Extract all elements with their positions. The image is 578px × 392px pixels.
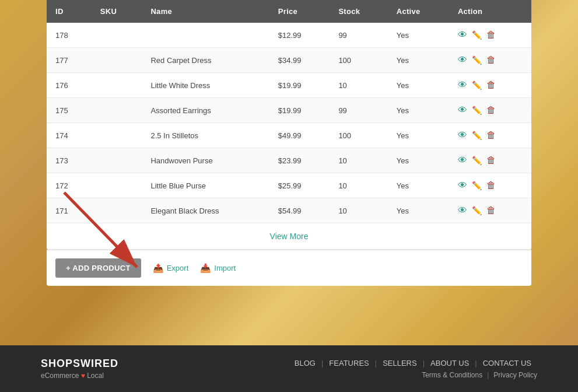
cell-active: Yes xyxy=(388,148,449,173)
cell-action: 👁 ✏️ 🗑 xyxy=(449,73,531,98)
cell-active: Yes xyxy=(388,123,449,148)
edit-icon[interactable]: ✏️ xyxy=(472,55,482,65)
view-icon[interactable]: 👁 xyxy=(458,55,467,65)
view-more-link[interactable]: View More xyxy=(270,232,309,241)
edit-icon[interactable]: ✏️ xyxy=(472,156,482,165)
delete-icon[interactable]: 🗑 xyxy=(486,55,496,65)
view-icon[interactable]: 👁 xyxy=(458,180,467,191)
col-sku: SKU xyxy=(92,0,142,23)
table-row: 176Little White Dress$19.9910Yes 👁 ✏️ 🗑 xyxy=(47,73,531,98)
cell-price: $19.99 xyxy=(269,73,330,98)
footer: SHOPSWIRED eCommerce ♥ Local BLOG | FEAT… xyxy=(0,345,578,392)
col-stock: Stock xyxy=(330,0,387,23)
delete-icon[interactable]: 🗑 xyxy=(486,180,496,191)
cell-active: Yes xyxy=(388,98,449,123)
cell-action: 👁 ✏️ 🗑 xyxy=(449,173,531,198)
import-button[interactable]: 📥 Import xyxy=(200,263,236,274)
col-id: ID xyxy=(47,0,92,23)
cell-stock: 99 xyxy=(330,98,387,123)
edit-icon[interactable]: ✏️ xyxy=(472,106,482,115)
cell-sku xyxy=(92,73,142,98)
cell-name: Handwoven Purse xyxy=(142,148,269,173)
cell-stock: 10 xyxy=(330,198,387,223)
table-row: 178$12.9999Yes 👁 ✏️ 🗑 xyxy=(47,23,531,48)
cell-id: 173 xyxy=(47,148,92,173)
view-icon[interactable]: 👁 xyxy=(458,30,467,40)
heart-icon: ♥ xyxy=(81,372,85,380)
footer-link-terms[interactable]: Terms & Conditions xyxy=(422,371,482,379)
separator: | xyxy=(482,371,493,379)
cell-sku xyxy=(92,198,142,223)
footer-link-sellers[interactable]: SELLERS xyxy=(377,359,423,368)
export-button[interactable]: 📤 Export xyxy=(153,263,189,274)
export-icon: 📤 xyxy=(153,263,164,274)
table-row: 1742.5 In Stilletos$49.99100Yes 👁 ✏️ 🗑 xyxy=(47,123,531,148)
cell-sku xyxy=(92,23,142,48)
action-icons: 👁 ✏️ 🗑 xyxy=(458,130,523,141)
view-icon[interactable]: 👁 xyxy=(458,105,467,116)
footer-top-links: BLOG | FEATURES | SELLERS | ABOUT US | C… xyxy=(289,359,537,368)
cell-id: 174 xyxy=(47,123,92,148)
delete-icon[interactable]: 🗑 xyxy=(486,130,496,141)
cell-price: $54.99 xyxy=(269,198,330,223)
main-content: ID SKU Name Price Stock Active Action 17… xyxy=(0,0,578,286)
table-row: 173Handwoven Purse$23.9910Yes 👁 ✏️ 🗑 xyxy=(47,148,531,173)
delete-icon[interactable]: 🗑 xyxy=(486,105,496,116)
product-table: ID SKU Name Price Stock Active Action 17… xyxy=(47,0,531,250)
footer-link-contact[interactable]: CONTACT US xyxy=(477,359,537,368)
brand-name: SHOPSWIRED xyxy=(41,358,118,370)
brand-tagline: eCommerce ♥ Local xyxy=(41,372,118,380)
table-row: 175Assorted Earrings$19.9999Yes 👁 ✏️ 🗑 xyxy=(47,98,531,123)
col-active: Active xyxy=(388,0,449,23)
edit-icon[interactable]: ✏️ xyxy=(472,131,482,140)
table-header-row: ID SKU Name Price Stock Active Action xyxy=(47,0,531,23)
cell-id: 177 xyxy=(47,48,92,73)
view-icon[interactable]: 👁 xyxy=(458,155,467,166)
edit-icon[interactable]: ✏️ xyxy=(472,30,482,40)
cell-id: 175 xyxy=(47,98,92,123)
cell-active: Yes xyxy=(388,73,449,98)
cell-stock: 10 xyxy=(330,73,387,98)
add-product-button[interactable]: + ADD PRODUCT xyxy=(55,258,141,278)
footer-nav: BLOG | FEATURES | SELLERS | ABOUT US | C… xyxy=(289,359,537,379)
cell-name: Elegant Black Dress xyxy=(142,198,269,223)
product-table-container: ID SKU Name Price Stock Active Action 17… xyxy=(47,0,531,250)
cell-active: Yes xyxy=(388,48,449,73)
cell-action: 👁 ✏️ 🗑 xyxy=(449,23,531,48)
cell-sku xyxy=(92,48,142,73)
cell-action: 👁 ✏️ 🗑 xyxy=(449,148,531,173)
cell-name: Red Carpet Dress xyxy=(142,48,269,73)
bottom-bar: + ADD PRODUCT 📤 Export 📥 Import xyxy=(47,250,531,286)
footer-link-blog[interactable]: BLOG xyxy=(289,359,321,368)
cell-price: $23.99 xyxy=(269,148,330,173)
action-icons: 👁 ✏️ 🗑 xyxy=(458,55,523,65)
view-icon[interactable]: 👁 xyxy=(458,130,467,141)
cell-sku xyxy=(92,98,142,123)
edit-icon[interactable]: ✏️ xyxy=(472,181,482,190)
footer-link-privacy[interactable]: Privacy Policy xyxy=(493,371,537,379)
cell-action: 👁 ✏️ 🗑 xyxy=(449,198,531,223)
footer-link-features[interactable]: FEATURES xyxy=(323,359,374,368)
action-icons: 👁 ✏️ 🗑 xyxy=(458,155,523,166)
delete-icon[interactable]: 🗑 xyxy=(486,155,496,166)
cell-price: $34.99 xyxy=(269,48,330,73)
action-icons: 👁 ✏️ 🗑 xyxy=(458,180,523,191)
footer-link-about[interactable]: ABOUT US xyxy=(425,359,475,368)
cell-price: $19.99 xyxy=(269,98,330,123)
cell-active: Yes xyxy=(388,173,449,198)
delete-icon[interactable]: 🗑 xyxy=(486,80,496,90)
cell-name xyxy=(142,23,269,48)
delete-icon[interactable]: 🗑 xyxy=(486,205,496,216)
view-icon[interactable]: 👁 xyxy=(458,80,467,90)
cell-sku xyxy=(92,173,142,198)
delete-icon[interactable]: 🗑 xyxy=(486,30,496,40)
cell-stock: 100 xyxy=(330,123,387,148)
table-row: 172Little Blue Purse$25.9910Yes 👁 ✏️ 🗑 xyxy=(47,173,531,198)
view-icon[interactable]: 👁 xyxy=(458,205,467,216)
col-price: Price xyxy=(269,0,330,23)
edit-icon[interactable]: ✏️ xyxy=(472,80,482,90)
action-icons: 👁 ✏️ 🗑 xyxy=(458,80,523,90)
edit-icon[interactable]: ✏️ xyxy=(472,206,482,215)
cell-action: 👁 ✏️ 🗑 xyxy=(449,98,531,123)
view-more-row: View More xyxy=(47,223,531,250)
